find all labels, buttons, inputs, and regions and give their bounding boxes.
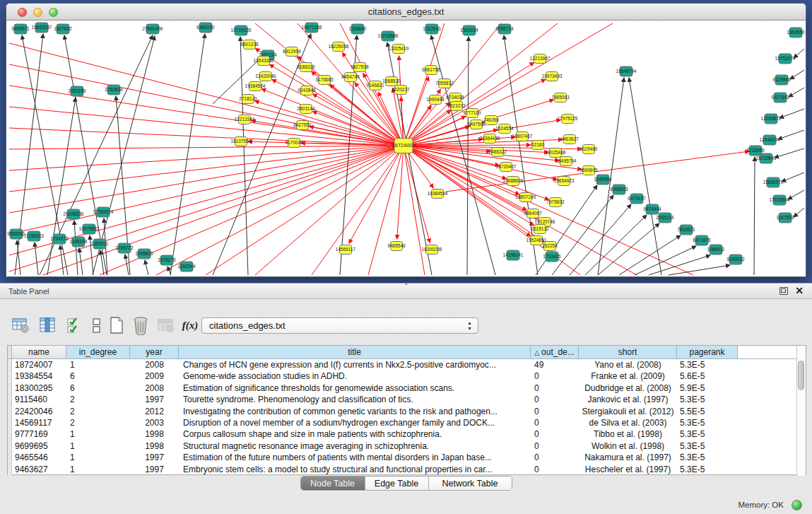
close-window-button[interactable] <box>18 8 27 17</box>
graph-node[interactable]: 9699695 <box>579 166 598 175</box>
cell-title[interactable]: Estimation of the future numbers of pati… <box>179 452 531 463</box>
cell-name[interactable]: 9465546 <box>12 452 66 463</box>
cell-out-de-[interactable]: 0 <box>531 370 579 382</box>
graph-node[interactable]: 1527602 <box>54 24 72 34</box>
tab-network-table[interactable]: Network Table <box>428 477 512 490</box>
cell-pagerank[interactable]: 5.3E-5 <box>677 359 738 370</box>
cell-year[interactable]: 1998 <box>130 428 179 440</box>
table-row[interactable]: 1872400712008Changes of HCN gene express… <box>8 359 806 370</box>
graph-node[interactable]: 1350511 <box>91 239 109 249</box>
cell-short[interactable]: Dudbridge et al. (2008) <box>579 382 677 394</box>
cell-in-degree[interactable]: 1 <box>66 440 130 452</box>
cell-pagerank[interactable]: 5.3E-5 <box>677 417 738 428</box>
graph-node[interactable]: 8471876 <box>693 235 711 245</box>
cell-short[interactable]: de Silva et al. (2003) <box>579 417 677 428</box>
graph-node[interactable]: 16648794 <box>616 66 637 76</box>
cell-title[interactable]: Genome-wide association studies in ADHD. <box>179 370 531 382</box>
cell-year[interactable]: 2008 <box>130 382 179 394</box>
import-table-button[interactable] <box>155 315 177 336</box>
cell-pagerank[interactable]: 5.5E-5 <box>677 406 738 417</box>
graph-node[interactable]: 10688609 <box>503 177 524 186</box>
graph-node[interactable]: 1733426 <box>543 252 561 262</box>
cell-title[interactable]: Investigating the contribution of common… <box>179 406 531 417</box>
graph-node[interactable]: 15892971 <box>763 177 784 187</box>
graph-node[interactable]: 1591024 <box>460 25 478 35</box>
graph-node[interactable]: 17016504 <box>770 195 790 205</box>
zoom-window-button[interactable] <box>49 8 58 17</box>
cell-name[interactable]: 9463627 <box>12 464 66 475</box>
graph-node[interactable]: 6734028 <box>446 93 464 103</box>
new-table-button[interactable] <box>106 315 127 336</box>
graph-node[interactable]: 1154840 <box>349 24 367 34</box>
citation-network-graph[interactable]: 9405571106532871527602276914066466160107… <box>6 21 806 276</box>
graph-node[interactable]: 10807467 <box>512 132 533 141</box>
graph-node[interactable]: 9405571 <box>11 24 30 34</box>
cell-pagerank[interactable]: 5.3E-5 <box>677 464 738 475</box>
cell-title[interactable]: Embryonic stem cells: a model to study s… <box>179 464 531 475</box>
cell-title[interactable]: Structural magnetic resonance image aver… <box>179 440 531 452</box>
close-icon[interactable]: ✕ <box>795 285 804 296</box>
graph-node[interactable]: 9055714 <box>495 24 514 34</box>
clear-selection-button[interactable] <box>86 315 107 336</box>
graph-node[interactable]: 9129946 <box>772 75 791 85</box>
cell-name[interactable]: 9777169 <box>12 428 66 440</box>
table-panel-titlebar[interactable]: ▴ Table Panel ✕ <box>0 284 812 299</box>
graph-node[interactable]: 18107554 <box>231 137 252 146</box>
show-columns-button[interactable] <box>37 315 58 336</box>
graph-node[interactable]: 10543382 <box>254 57 274 66</box>
cell-name[interactable]: 18724007 <box>12 359 66 370</box>
graph-node[interactable]: 14569117 <box>336 245 356 255</box>
cell-short[interactable]: Nakamura et al. (1997) <box>579 452 677 463</box>
graph-node[interactable]: 1624554 <box>495 124 514 134</box>
graph-node[interactable]: 12093872 <box>761 114 782 124</box>
table-select-dropdown[interactable]: citations_edges.txt ▲▼ <box>201 317 478 334</box>
graph-node[interactable]: 18226058 <box>329 42 349 52</box>
cell-pagerank[interactable]: 5.3E-5 <box>677 440 738 452</box>
cell-in-degree[interactable]: 6 <box>66 370 130 382</box>
table-settings-button[interactable] <box>10 315 31 336</box>
column-header-year[interactable]: year <box>130 346 179 359</box>
cell-in-degree[interactable]: 2 <box>66 406 130 417</box>
attribute-table[interactable]: namein_degreeyeartitle△out_de...shortpag… <box>7 345 806 475</box>
table-row[interactable]: 2242004622012Investigating the contribut… <box>8 406 806 417</box>
graph-node[interactable]: 1640954 <box>594 175 612 185</box>
cell-in-degree[interactable]: 1 <box>66 464 130 475</box>
graph-node[interactable]: 10653287 <box>32 23 52 33</box>
cell-out-de-[interactable]: 0 <box>531 417 579 428</box>
graph-node[interactable]: 12444194 <box>760 135 780 145</box>
cell-title[interactable]: Disruption of a novel member of a sodium… <box>179 417 531 428</box>
cell-short[interactable]: Jankovic et al. (1997) <box>579 394 677 405</box>
cell-out-de-[interactable]: 0 <box>531 382 579 394</box>
cell-pagerank[interactable]: 5.3E-5 <box>677 452 738 463</box>
graph-node[interactable]: 9245022 <box>726 255 745 264</box>
column-header-short[interactable]: short <box>579 346 677 359</box>
graph-node[interactable]: 746266 <box>483 116 499 125</box>
table-row[interactable]: 946554611997Estimation of the future num… <box>8 452 806 463</box>
table-row[interactable]: 969969511998Structural magnetic resonanc… <box>8 440 806 452</box>
cell-pagerank[interactable]: 5.3E-5 <box>677 394 738 405</box>
graph-node[interactable]: 15751074 <box>775 54 796 64</box>
cell-title[interactable]: Corpus callosum shape and size in male p… <box>179 428 531 440</box>
graph-node[interactable]: 10384594 <box>428 189 448 199</box>
graph-node[interactable]: 1212543 <box>423 24 441 34</box>
graph-node[interactable]: 17975125 <box>558 115 578 124</box>
tab-node-table[interactable]: Node Table <box>301 477 365 490</box>
graph-node[interactable]: 1621072 <box>447 102 466 111</box>
graph-node[interactable]: 22420046 <box>256 72 276 81</box>
cell-year[interactable]: 2012 <box>130 406 179 417</box>
cell-short[interactable]: Wolkin et al. (1998) <box>579 440 677 452</box>
cell-out-de-[interactable]: 0 <box>531 428 579 440</box>
cell-pagerank[interactable]: 5.3E-5 <box>677 428 738 440</box>
network-canvas[interactable]: 9405571106532871527602276914066466160107… <box>6 21 806 276</box>
float-window-icon[interactable] <box>779 287 788 295</box>
graph-node[interactable]: 1990448 <box>426 95 445 105</box>
cell-pagerank[interactable]: 5.9E-5 <box>677 382 738 394</box>
cell-in-degree[interactable]: 1 <box>66 359 130 370</box>
graph-node[interactable]: 1095810 <box>135 249 153 259</box>
graph-node[interactable]: 252254 <box>542 242 558 251</box>
scrollbar-thumb[interactable] <box>798 361 804 390</box>
table-row[interactable]: 1938455462009Genome-wide association stu… <box>8 370 806 382</box>
graph-node[interactable]: 1292344 <box>177 262 196 271</box>
cell-name[interactable]: 9115460 <box>12 394 66 405</box>
graph-node[interactable]: 1615132 <box>531 225 549 234</box>
